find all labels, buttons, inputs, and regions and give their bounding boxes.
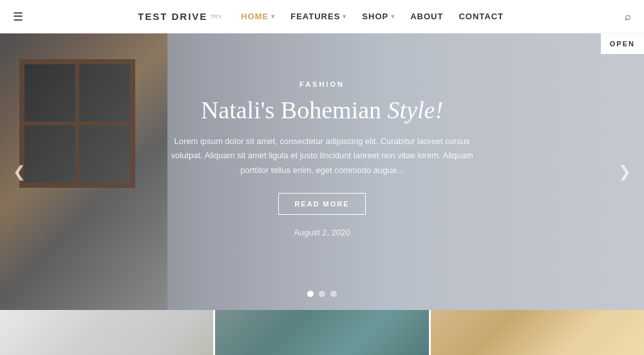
card-bg-pro — [431, 310, 644, 355]
slider-dot-2[interactable] — [319, 291, 325, 297]
nav-item-shop[interactable]: SHOP ▾ — [355, 8, 401, 25]
nav-item-home[interactable]: HOME ▾ — [234, 8, 281, 25]
header: ☰ TEST DRIVETRY HOME ▾ FEATURES ▾ SHOP ▾… — [0, 0, 644, 33]
nav-item-features[interactable]: FEATURES ▾ — [284, 8, 353, 25]
card-pro[interactable]: TRY PRO VERSION — [429, 310, 644, 355]
hamburger-icon[interactable]: ☰ — [13, 10, 23, 24]
hero-date: August 2, 2020 — [294, 228, 350, 237]
logo-superscript: TRY — [210, 14, 222, 20]
hero-slider: OPEN FASHION Natali's Bohemian Style! Lo… — [0, 33, 644, 310]
header-right: ⌕ — [625, 11, 631, 23]
open-button[interactable]: OPEN — [601, 33, 644, 54]
main-nav: HOME ▾ FEATURES ▾ SHOP ▾ ABOUT CONTACT — [234, 8, 510, 25]
slider-prev-arrow[interactable]: ❮ — [6, 159, 32, 185]
slider-dots — [307, 291, 337, 297]
slider-dot-1[interactable] — [307, 291, 314, 297]
search-icon[interactable]: ⌕ — [625, 11, 631, 23]
hero-category: FASHION — [299, 80, 345, 88]
chevron-down-icon: ▾ — [343, 13, 346, 20]
slider-next-arrow[interactable]: ❯ — [612, 159, 638, 185]
hero-content: FASHION Natali's Bohemian Style! Lorem i… — [0, 33, 644, 310]
hero-description: Lorem ipsum dolor sit amet, consectetur … — [161, 134, 483, 177]
slider-dot-3[interactable] — [330, 291, 337, 297]
chevron-down-icon: ▾ — [271, 13, 275, 20]
hero-title: Natali's Bohemian Style! — [201, 96, 443, 124]
read-more-button[interactable]: READ MORE — [278, 193, 365, 215]
nav-item-contact[interactable]: CONTACT — [452, 8, 510, 25]
logo: TEST DRIVE — [138, 11, 207, 22]
card-features[interactable]: FEATURES — [213, 310, 428, 355]
cards-row: DOWNLOAD FEATURES TRY PRO VERSION — [0, 310, 644, 355]
header-left: ☰ — [13, 10, 23, 24]
card-download[interactable]: DOWNLOAD — [0, 310, 213, 355]
chevron-down-icon: ▾ — [391, 13, 395, 20]
card-bg-download — [0, 310, 213, 355]
header-center: TEST DRIVETRY HOME ▾ FEATURES ▾ SHOP ▾ A… — [138, 8, 510, 25]
card-bg-features — [215, 310, 428, 355]
nav-item-about[interactable]: ABOUT — [404, 8, 450, 25]
